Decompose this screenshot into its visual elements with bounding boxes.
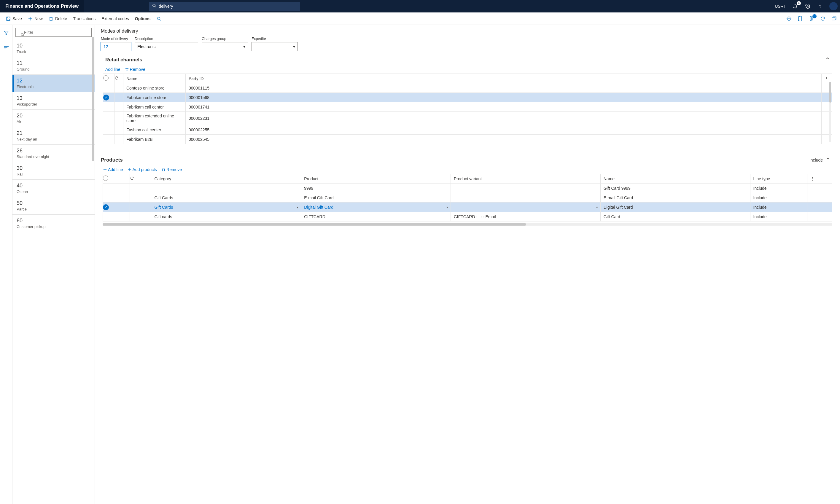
cell-linetype: Include [750,183,807,193]
cell-product[interactable]: Digital Gift Card▾ [301,202,451,212]
settings-button[interactable] [804,3,811,10]
table-row[interactable]: Fabrikam call center000001741 [103,102,832,112]
save-button[interactable]: Save [3,15,25,23]
mode-item[interactable]: 30Rail [13,162,95,180]
products-grid: Category Product Product variant Name Li… [103,174,832,221]
cell-name: Gift Card 9999 [600,183,750,193]
description-label: Description [135,37,198,41]
diamond-icon[interactable] [786,16,792,22]
svg-rect-14 [832,17,835,20]
mode-of-delivery-input[interactable] [101,42,131,51]
category-column-header[interactable]: Category [151,174,301,183]
grid-hscrollbar[interactable] [103,223,832,226]
party-id-column-header[interactable]: Party ID [186,74,822,83]
table-row[interactable]: ✓ Gift Cards▾ Digital Gift Card▾ ▾ Digit… [103,202,832,212]
cell-party: 000001568 [186,93,822,102]
table-row[interactable]: Gift CardsE-mail Gift CardE-mail Gift Ca… [103,193,832,202]
refresh-column-header[interactable] [130,174,151,183]
mode-desc: Pickuporder [17,102,90,106]
trash-icon [125,68,129,71]
select-all-header[interactable] [103,74,114,83]
svg-line-13 [160,19,161,20]
table-row[interactable]: Fabrikam extended online store000002231 [103,112,832,125]
cell-product: 9999 [301,183,451,193]
attachments-button[interactable]: 0 [808,16,815,22]
table-row[interactable]: Fabrikam B2B000002545 [103,134,832,144]
check-icon: ✓ [103,94,109,101]
refresh-button[interactable] [820,16,826,22]
mode-item[interactable]: 12Electronic [13,75,95,92]
filter-input[interactable] [15,28,92,37]
expedite-select[interactable]: ▾ [252,42,298,51]
select-all-header[interactable] [103,174,130,183]
nav-right: USRT 4 [775,2,840,11]
section-header[interactable]: Retail channels ⌃ [101,54,834,65]
global-search[interactable] [149,2,300,11]
table-row[interactable]: Fashion call center000002255 [103,125,832,134]
mode-item[interactable]: 50Parcel [13,197,95,215]
charges-group-select[interactable]: ▾ [202,42,248,51]
mode-item[interactable]: 10Truck [13,40,95,57]
search-icon [21,33,24,37]
user-label[interactable]: USRT [775,4,786,8]
svg-rect-20 [126,69,128,71]
svg-rect-6 [7,19,10,20]
grid-scrollbar[interactable] [829,82,831,142]
cell-category[interactable]: Gift Cards▾ [151,202,301,212]
section-title: Products [101,157,123,163]
section-actions: Add line Remove [101,65,834,73]
chevron-up-icon[interactable]: ⌃ [826,157,830,163]
remove-button[interactable]: Remove [125,67,145,72]
page-search-button[interactable] [154,15,164,23]
office-icon[interactable] [797,16,803,22]
linetype-column-header[interactable]: Line type [750,174,807,183]
list-scrollbar[interactable] [92,37,94,161]
chevron-down-icon: ▾ [293,44,295,49]
related-info-button[interactable] [2,43,11,52]
name-column-header[interactable]: Name [123,74,186,83]
cell-product: GIFTCARD [301,212,451,221]
notifications-button[interactable]: 4 [792,3,799,10]
description-input[interactable] [135,42,198,51]
section-header[interactable]: Products Include ⌃ [101,155,834,165]
mode-code: 12 [17,78,90,84]
add-products-button[interactable]: Add products [128,167,157,172]
grid-more-button[interactable]: ⋮ [807,174,832,183]
mode-item[interactable]: 26Standard overnight [13,145,95,162]
delete-button[interactable]: Delete [46,15,70,23]
avatar[interactable] [829,2,838,11]
help-button[interactable] [817,3,823,10]
table-row[interactable]: 9999Gift Card 9999Include [103,183,832,193]
mode-item[interactable]: 13Pickuporder [13,92,95,110]
external-codes-button[interactable]: External codes [99,15,132,23]
svg-rect-5 [7,17,9,18]
search-input[interactable] [159,4,297,8]
cell-name: E-mail Gift Card [600,193,750,202]
mode-item[interactable]: 21Next day air [13,127,95,145]
cell-variant[interactable]: ▾ [450,202,600,212]
delete-label: Delete [55,16,67,21]
product-column-header[interactable]: Product [301,174,451,183]
options-button[interactable]: Options [132,15,154,23]
translations-button[interactable]: Translations [70,15,99,23]
funnel-button[interactable] [2,29,11,37]
table-row[interactable]: Gift cardsGIFTCARDGIFTCARD : : : : Email… [103,212,832,221]
mode-item[interactable]: 60Customer pickup [13,215,95,232]
new-button[interactable]: New [25,15,46,23]
name-column-header[interactable]: Name [600,174,750,183]
variant-column-header[interactable]: Product variant [450,174,600,183]
svg-line-1 [155,6,156,8]
mode-item[interactable]: 11Ground [13,57,95,75]
list-panel: 10Truck 11Ground 12Electronic 13Pickupor… [13,25,95,504]
cmdbar-right: 0 [786,16,837,22]
table-row[interactable]: Contoso online store000001115 [103,83,832,93]
chevron-up-icon[interactable]: ⌃ [825,57,829,63]
refresh-column-header[interactable] [114,74,123,83]
remove-button[interactable]: Remove [162,167,182,172]
mode-item[interactable]: 40Ocean [13,180,95,197]
popout-button[interactable] [831,16,837,22]
add-line-button[interactable]: Add line [105,67,121,72]
add-line-button[interactable]: Add line [103,167,123,172]
mode-item[interactable]: 20Air [13,110,95,127]
table-row[interactable]: ✓Fabrikam online store000001568 [103,93,832,102]
